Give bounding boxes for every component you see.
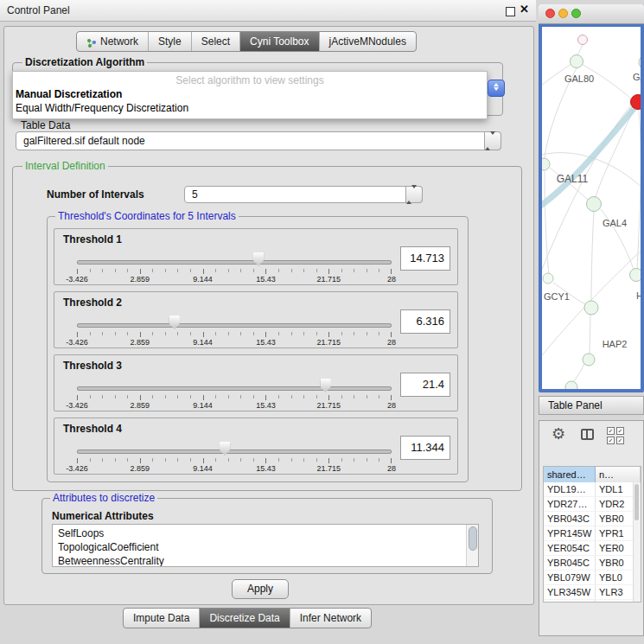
arrow-up-icon	[494, 83, 499, 86]
threshold-1-slider[interactable]: -3.426 2.859 9.144 15.43 21.715 28	[77, 248, 392, 284]
combo-stepper[interactable]	[484, 131, 501, 150]
node-gal11[interactable]	[542, 158, 550, 170]
scale-label: 2.859	[131, 338, 150, 347]
tab-select[interactable]: Select	[191, 32, 239, 51]
threshold-3-slider[interactable]: -3.426 2.859 9.144 15.43 21.715 28	[77, 374, 392, 411]
table-row[interactable]: YBR045C YBR0	[544, 556, 641, 571]
threshold-4-value-field[interactable]: 11.344	[400, 436, 450, 460]
number-of-intervals-combobox[interactable]: 5	[184, 186, 423, 203]
algorithm-combo-stepper[interactable]	[488, 80, 505, 97]
column-header-shared-name[interactable]: shared…	[544, 467, 596, 482]
control-panel-tabs: Network Style Select Cyni Toolbox jActiv…	[76, 31, 417, 52]
scrollbar-thumb[interactable]	[469, 526, 477, 551]
node-gal4[interactable]	[587, 197, 602, 212]
slider-track[interactable]	[77, 450, 392, 454]
list-item[interactable]: BetweennessCentrality	[53, 554, 478, 567]
tab-label: Style	[158, 33, 182, 51]
minimize-traffic-light[interactable]	[558, 9, 568, 18]
table-row[interactable]: YPR145W YPR1	[544, 526, 641, 541]
node-gcy1[interactable]	[543, 273, 553, 284]
network-node[interactable]	[639, 55, 641, 69]
threshold-3-value-field[interactable]: 21.4	[400, 373, 450, 397]
menu-item-manual-discretization[interactable]: Manual Discretization	[16, 88, 122, 100]
cell[interactable]: YDL19…	[544, 482, 596, 496]
table-row[interactable]: YBR043C YBR0	[544, 512, 641, 526]
table-row[interactable]: YDL19… YDL1	[544, 482, 641, 497]
tab-network[interactable]: Network	[77, 32, 148, 51]
threshold-1-value-field[interactable]: 14.713	[400, 246, 450, 271]
node-gal80[interactable]	[571, 55, 583, 68]
threshold-4-slider[interactable]: -3.426 2.859 9.144 15.43 21.715 28	[77, 437, 392, 474]
checkbox-icon[interactable]: ✓	[607, 427, 615, 435]
threshold-label: Threshold 3	[63, 360, 122, 372]
network-node[interactable]	[630, 269, 641, 282]
network-canvas[interactable]: GAL80 GA GAL11 GAL4 GCY1 H HAP2	[542, 27, 641, 389]
table-row[interactable]: YER054C YER0	[544, 541, 641, 556]
cell[interactable]: YBR043C	[544, 512, 596, 526]
scale-label: 15.43	[256, 401, 276, 410]
table-row[interactable]: YLR345W YLR3	[544, 585, 641, 600]
tab-impute-data[interactable]: Impute Data	[124, 609, 199, 628]
cell[interactable]: YER054C	[544, 541, 596, 555]
cell[interactable]: YBR045C	[544, 556, 596, 570]
scale-label: -3.426	[66, 401, 88, 410]
cell[interactable]: YBL079W	[544, 571, 596, 584]
checkbox-icon[interactable]: ✓	[607, 437, 615, 444]
scale-label: 9.144	[193, 275, 213, 284]
menu-item-equal-width-frequency[interactable]: Equal Width/Frequency Discretization	[16, 102, 188, 114]
tab-jactivemnodules[interactable]: jActiveMNodules	[319, 32, 416, 51]
gear-icon[interactable]: ⚙	[552, 424, 565, 443]
slider-track[interactable]	[77, 386, 392, 391]
cell[interactable]: YPR145W	[544, 526, 596, 540]
list-scrollbar[interactable]	[466, 525, 478, 566]
apply-button[interactable]: Apply	[232, 579, 289, 599]
network-icon	[86, 36, 97, 47]
table-data-label: Table Data	[21, 119, 70, 131]
scale-label: 9.144	[193, 338, 213, 347]
slider-major-ticks	[77, 269, 392, 274]
tab-cyni-toolbox[interactable]: Cyni Toolbox	[239, 32, 318, 51]
tab-discretize-data[interactable]: Discretize Data	[199, 609, 289, 628]
columns-icon[interactable]	[581, 429, 594, 440]
tab-infer-network[interactable]: Infer Network	[290, 609, 371, 628]
slider-track[interactable]	[77, 260, 392, 265]
network-node[interactable]	[578, 35, 588, 45]
table-row[interactable]: YBL079W YBL0	[544, 571, 641, 585]
float-window-icon[interactable]	[506, 7, 515, 16]
scale-label: 9.144	[193, 464, 213, 473]
scrollbar-thumb[interactable]	[634, 484, 639, 520]
checkbox-icon[interactable]: ✓	[616, 437, 624, 444]
algorithm-combo-placeholder: Select algorithm to view settings	[13, 74, 487, 86]
checkbox-icon[interactable]: ✓	[616, 427, 624, 435]
table-scrollbar[interactable]	[633, 482, 641, 602]
cell[interactable]: YLR345W	[544, 585, 596, 599]
tab-style[interactable]: Style	[148, 32, 191, 51]
list-item[interactable]: TopologicalCoefficient	[53, 540, 478, 554]
network-node[interactable]	[584, 301, 598, 315]
table-panel-header[interactable]: Table Panel	[539, 396, 644, 415]
column-header-name[interactable]: n…	[596, 467, 641, 482]
table-row[interactable]: YIL052C YIL0	[544, 600, 641, 603]
cell[interactable]: YDR27…	[544, 497, 596, 511]
node-hap2[interactable]	[583, 354, 595, 366]
close-icon[interactable]: ✕	[520, 3, 529, 16]
node-attribute-table: shared… n… YDL19… YDL1 YDR27… YDR2 YBR04…	[543, 466, 641, 603]
maximize-traffic-light[interactable]	[571, 9, 581, 18]
network-window-titlebar[interactable]	[539, 4, 644, 24]
slider-track[interactable]	[77, 323, 392, 328]
table-row[interactable]: YDR27… YDR2	[544, 497, 641, 512]
tab-label: Select	[201, 33, 230, 51]
threshold-2-slider[interactable]: -3.426 2.859 9.144 15.43 21.715 28	[77, 311, 392, 348]
cell[interactable]: YIL052C	[544, 600, 596, 603]
list-item[interactable]: SelfLoops	[53, 525, 478, 540]
threshold-4-panel: Threshold 4 -3.426 2.859 9.144 15.43 21.…	[54, 418, 458, 475]
threshold-2-value-field[interactable]: 6.316	[400, 309, 450, 334]
scale-label: 21.715	[316, 338, 341, 347]
combo-stepper[interactable]	[405, 186, 423, 203]
columns-icon-line	[586, 430, 588, 438]
network-node[interactable]	[565, 381, 577, 389]
tab-label: jActiveMNodules	[329, 33, 406, 51]
table-data-combobox[interactable]: galFiltered.sif default node	[16, 131, 501, 150]
highlighted-edge	[542, 105, 636, 208]
close-traffic-light[interactable]	[545, 9, 555, 18]
